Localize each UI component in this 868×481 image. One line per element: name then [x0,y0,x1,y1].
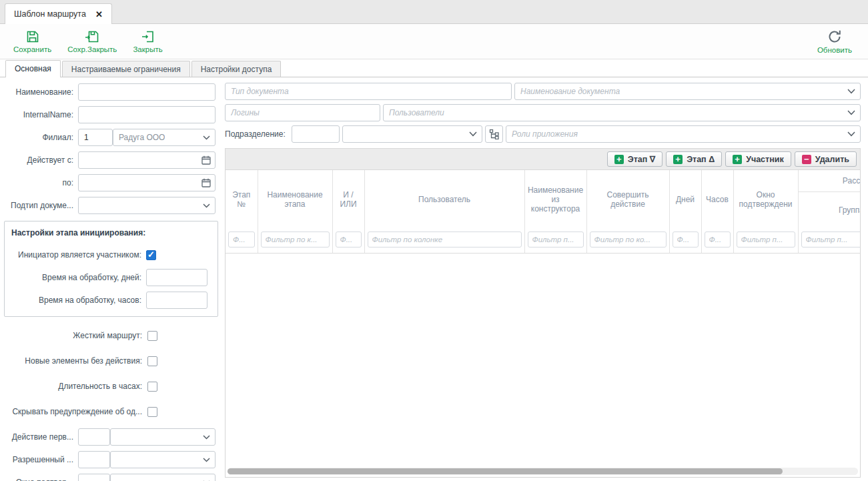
close-icon [141,29,155,44]
chevron-down-icon [203,135,210,140]
valid-to-field [78,174,215,191]
filter-constructor-name-input[interactable] [528,231,584,248]
tab-access-settings[interactable]: Настройки доступа [191,61,282,77]
save-button-label: Сохранить [13,45,51,53]
processing-hours-row: Время на обработку, часов: [9,291,212,310]
first-action-select[interactable] [110,428,215,446]
column-header-stage-number[interactable]: Этап № [226,170,258,229]
hide-warning-label: Скрывать предупреждение об од... [3,407,147,416]
route-form-panel: Наименование: InternalName: Филиал: Раду… [0,77,224,480]
filter-and-or-input[interactable] [336,231,362,248]
column-header-action[interactable]: Совершить действие [586,170,669,229]
department-tree-button[interactable] [485,125,503,143]
column-header-stage-name[interactable]: Наименование этапа [258,170,332,229]
filter-hours-input[interactable] [705,231,731,248]
scrollbar-thumb[interactable] [228,468,783,474]
new-elements-label: Новые элементы без действия: [3,356,147,366]
processing-days-label: Время на обработку, дней: [9,273,146,282]
valid-from-field [78,151,215,169]
name-row: Наименование: [3,83,220,101]
duration-hours-checkbox[interactable] [147,382,157,392]
app-roles-select[interactable]: Роли приложения [506,125,861,143]
close-tab-icon[interactable]: ✕ [95,9,103,19]
delete-button[interactable]: Удалить [795,151,857,167]
logins-input[interactable] [225,104,380,121]
refresh-button[interactable]: Обновить [809,27,860,56]
plus-icon [733,155,742,164]
close-button-label: Закрыть [133,45,162,53]
chevron-down-icon [203,435,210,440]
chevron-down-icon [203,203,210,208]
add-stage-below-button[interactable]: Этап ∇ [607,151,663,167]
initiator-participant-row: Инициатор является участником: [9,246,212,264]
chevron-down-icon [469,131,477,137]
confirm-window-select[interactable] [110,474,215,481]
users-selectors-row: Пользователи [225,104,861,121]
doc-name-select[interactable]: Наименование документа [514,83,861,100]
processing-hours-input[interactable] [146,292,207,309]
branch-select[interactable]: Радуга ООО [113,129,215,146]
filter-stage-number-input[interactable] [228,231,255,248]
hard-route-label: Жесткий маршрут: [3,331,147,340]
valid-from-input[interactable] [78,151,215,169]
filter-confirm-window-input[interactable] [737,231,795,248]
processing-days-input[interactable] [146,269,207,286]
valid-to-input[interactable] [78,174,215,191]
chevron-down-icon [847,110,855,115]
branch-code-input[interactable] [78,129,113,146]
column-header-confirm-window[interactable]: Окно подтверждени [733,170,798,229]
document-tab-route-template[interactable]: Шаблон маршрута ✕ [5,3,112,24]
allowed-code-input[interactable] [78,451,110,468]
filter-days-input[interactable] [673,231,699,248]
subtype-select[interactable] [78,197,215,214]
chevron-down-icon [847,131,855,137]
column-header-group[interactable]: Группа [798,191,861,229]
name-input[interactable] [78,83,215,101]
first-action-code-input[interactable] [78,428,110,446]
minus-icon [802,155,811,164]
calendar-icon[interactable] [201,178,211,187]
save-button[interactable]: Сохранить [5,27,59,55]
allowed-select[interactable] [110,451,215,468]
internal-name-input[interactable] [78,106,215,123]
confirm-window-code-input[interactable] [78,474,110,481]
users-select[interactable]: Пользователи [383,104,861,121]
add-stage-above-button[interactable]: Этап Δ [666,151,722,167]
doc-name-placeholder: Наименование документа [520,87,620,96]
hard-route-row: Жесткий маршрут: [3,326,220,345]
horizontal-scrollbar[interactable] [228,468,858,475]
department-row: Подразделение: Роли приложения [225,125,861,143]
filter-group-input[interactable] [801,231,861,248]
tab-custom-restrictions[interactable]: Настраиваемые ограничения [62,61,190,77]
new-elements-checkbox[interactable] [147,356,157,366]
filter-stage-name-input[interactable] [261,231,330,248]
tab-main[interactable]: Основная [5,60,61,77]
column-header-and-or[interactable]: И / ИЛИ [332,170,364,229]
filter-action-input[interactable] [590,231,667,248]
add-stage-above-label: Этап Δ [687,155,715,164]
column-header-user[interactable]: Пользователь [364,170,524,229]
doc-type-input[interactable] [225,83,512,100]
close-button[interactable]: Закрыть [125,27,170,55]
valid-to-label: по: [3,178,78,187]
grid-toolbar: Этап ∇ Этап Δ Участник Удалить [225,148,861,170]
plus-icon [673,155,683,164]
valid-from-row: Действует с: [3,151,220,169]
add-participant-button[interactable]: Участник [725,151,791,167]
hide-warning-checkbox[interactable] [147,407,157,417]
department-code-input[interactable] [292,125,340,143]
column-header-constructor-name[interactable]: Наименование из конструктора [524,170,586,229]
save-close-button[interactable]: Сохр.Закрыть [59,27,125,55]
calendar-icon[interactable] [201,155,211,165]
hard-route-checkbox[interactable] [147,331,157,341]
save-close-icon [84,29,100,44]
init-stage-group-title: Настройки этапа инициирования: [11,228,212,237]
column-header-hours[interactable]: Часов [701,170,733,229]
initiator-participant-checkbox[interactable] [146,250,156,260]
document-selectors-row: Наименование документа [225,83,861,100]
column-header-days[interactable]: Дней [669,170,701,229]
department-select[interactable] [342,125,482,143]
tree-icon [489,129,500,139]
filter-user-input[interactable] [368,231,522,248]
add-stage-below-label: Этап ∇ [628,154,655,164]
